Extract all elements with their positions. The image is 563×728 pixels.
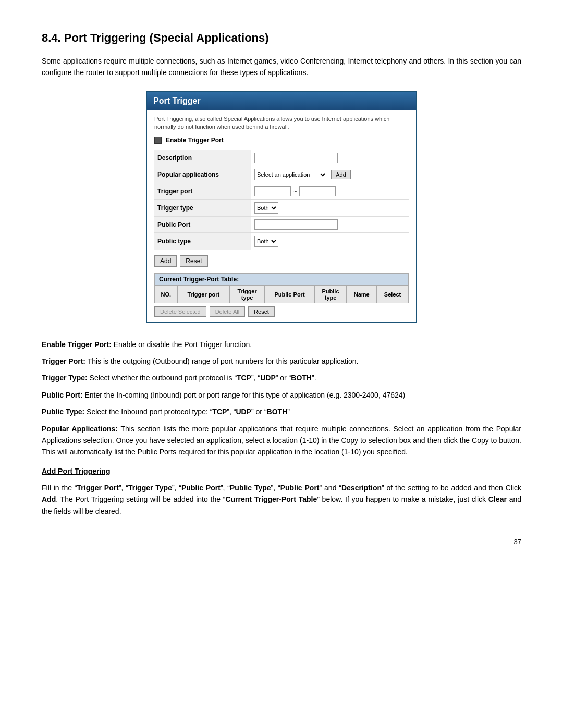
enable-trigger-port-text: Enable or disable the Port Trigger funct… <box>114 340 252 349</box>
col-public-port: Public Port <box>265 286 314 303</box>
trigger-port-label: Trigger Port: <box>42 357 85 365</box>
trigger-port-row: Trigger port ~ <box>154 183 409 199</box>
enable-trigger-label: Enable Trigger Port <box>166 137 224 144</box>
add-button[interactable]: Add <box>154 255 177 267</box>
col-no: NO. <box>155 286 178 303</box>
public-port-label: Public Port: <box>42 391 83 399</box>
popular-applications-section: Popular Applications: This section lists… <box>42 423 521 458</box>
popular-label: Popular applications <box>154 166 251 183</box>
current-table-header: Current Trigger-Port Table: <box>154 273 409 286</box>
trigger-port-end-input[interactable] <box>299 186 336 196</box>
delete-all-button[interactable]: Delete All <box>210 306 245 317</box>
trigger-port-text: This is the outgoing (Outbound) range of… <box>88 357 359 365</box>
trigger-type-label: Trigger Type: <box>42 374 88 382</box>
public-port-label: Public Port <box>154 216 251 232</box>
body-sections: Enable Trigger Port: Enable or disable t… <box>42 339 521 458</box>
add-port-triggering-text: Fill in the “Trigger Port”, “Trigger Typ… <box>42 482 521 517</box>
col-public-type: Publictype <box>314 286 347 303</box>
public-type-select[interactable]: Both TCP UDP <box>254 236 278 247</box>
intro-text: Some applications require multiple conne… <box>42 55 521 79</box>
description-row: Description <box>154 150 409 166</box>
trigger-type-text: Select whether the outbound port protoco… <box>90 374 316 382</box>
table-header-row: NO. Trigger port Triggertype Public Port… <box>155 286 409 303</box>
trigger-type-section: Trigger Type: Select whether the outboun… <box>42 372 521 384</box>
public-type-label: Public type <box>154 232 251 250</box>
popular-applications-label: Popular Applications: <box>42 425 118 433</box>
port-trigger-form-table: Description Popular applications Select … <box>154 150 409 250</box>
add-port-triggering-title: Add Port Triggering <box>42 467 110 475</box>
trigger-type-select[interactable]: Both TCP UDP <box>254 202 278 214</box>
enable-trigger-port-label: Enable Trigger Port: <box>42 340 112 349</box>
delete-selected-button[interactable]: Delete Selected <box>154 306 206 317</box>
enable-trigger-row: Enable Trigger Port <box>154 137 409 144</box>
public-port-text: Enter the In-coming (Inbound) port or po… <box>84 391 405 399</box>
reset-button[interactable]: Reset <box>180 255 207 267</box>
col-name: Name <box>347 286 377 303</box>
enable-trigger-checkbox[interactable] <box>154 137 162 144</box>
enable-trigger-port-section: Enable Trigger Port: Enable or disable t… <box>42 339 521 350</box>
port-trigger-header: Port Trigger <box>147 92 416 110</box>
trigger-port-section: Trigger Port: This is the outgoing (Outb… <box>42 355 521 367</box>
table-action-buttons: Delete Selected Delete All Reset <box>154 306 409 317</box>
popular-applications-row: Popular applications Select an applicati… <box>154 166 409 183</box>
trigger-port-data-table: NO. Trigger port Triggertype Public Port… <box>154 286 409 303</box>
port-trigger-description: Port Triggering, also called Special App… <box>154 115 409 131</box>
public-type-row: Public type Both TCP UDP <box>154 232 409 250</box>
public-port-row: Public Port <box>154 216 409 232</box>
col-select: Select <box>377 286 409 303</box>
current-table-section: Current Trigger-Port Table: NO. Trigger … <box>154 273 409 317</box>
public-port-input[interactable] <box>254 219 338 230</box>
popular-add-button[interactable]: Add <box>331 170 351 179</box>
tilde-separator: ~ <box>293 187 297 195</box>
col-trigger-type: Triggertype <box>229 286 264 303</box>
col-trigger-port: Trigger port <box>177 286 229 303</box>
add-port-triggering-section: Add Port Triggering Fill in the “Trigger… <box>42 465 521 517</box>
page-title: 8.4. Port Triggering (Special Applicatio… <box>42 31 521 45</box>
trigger-type-row: Trigger type Both TCP UDP <box>154 199 409 216</box>
trigger-port-start-input[interactable] <box>254 186 291 196</box>
public-port-section: Public Port: Enter the In-coming (Inboun… <box>42 389 521 401</box>
public-type-label: Public Type: <box>42 408 84 416</box>
trigger-port-label: Trigger port <box>154 183 251 199</box>
port-trigger-box: Port Trigger Port Triggering, also calle… <box>146 91 417 323</box>
form-action-buttons: Add Reset <box>154 255 409 267</box>
description-input[interactable] <box>254 153 338 163</box>
description-label: Description <box>154 150 251 166</box>
trigger-type-label: Trigger type <box>154 199 251 216</box>
table-reset-button[interactable]: Reset <box>248 306 275 317</box>
public-type-text: Select the Inbound port protocol type: “… <box>87 408 290 416</box>
popular-applications-select[interactable]: Select an application <box>254 169 327 180</box>
add-port-triggering-heading: Add Port Triggering <box>42 465 521 477</box>
page-number: 37 <box>42 538 521 546</box>
public-type-section: Public Type: Select the Inbound port pro… <box>42 406 521 417</box>
